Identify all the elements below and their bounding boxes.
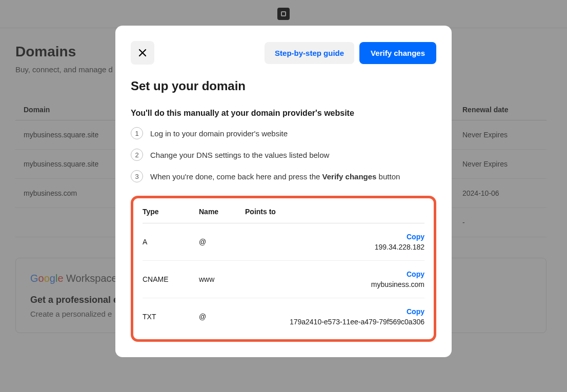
modal-title: Set up your domain xyxy=(131,79,436,93)
verify-button[interactable]: Verify changes xyxy=(359,42,436,64)
modal-instruction: You'll do this manually at your domain p… xyxy=(131,109,436,118)
copy-button[interactable]: Copy xyxy=(245,270,424,278)
dns-row: TXT @ Copy 179a2410-e573-11ee-a479-79f56… xyxy=(143,298,424,335)
step-num-icon: 3 xyxy=(131,170,143,182)
step-2: 2 Change your DNS settings to the values… xyxy=(131,149,436,161)
steps-list: 1 Log in to your domain provider's websi… xyxy=(131,127,436,182)
dns-points: Copy 179a2410-e573-11ee-a479-79f569c0a30… xyxy=(245,307,424,326)
close-button[interactable] xyxy=(131,41,154,65)
dns-type: CNAME xyxy=(143,275,199,283)
dns-type: TXT xyxy=(143,313,199,321)
dns-points: Copy 199.34.228.182 xyxy=(245,233,424,251)
step-text: Change your DNS settings to the values l… xyxy=(150,151,329,159)
domain-setup-modal: Step-by-step guide Verify changes Set up… xyxy=(115,26,452,357)
copy-button[interactable]: Copy xyxy=(245,233,424,241)
step-1: 1 Log in to your domain provider's websi… xyxy=(131,127,436,139)
col-points: Points to xyxy=(245,208,424,216)
dns-records-box: Type Name Points to A @ Copy 199.34.228.… xyxy=(131,196,436,342)
dns-name: www xyxy=(199,275,245,283)
guide-button[interactable]: Step-by-step guide xyxy=(265,42,354,64)
copy-button[interactable]: Copy xyxy=(245,307,424,316)
close-icon xyxy=(138,49,147,57)
dns-name: @ xyxy=(199,313,245,321)
dns-name: @ xyxy=(199,238,245,246)
step-text: Log in to your domain provider's website xyxy=(150,129,288,138)
step-3: 3 When you're done, come back here and p… xyxy=(131,170,436,182)
step-num-icon: 1 xyxy=(131,127,143,139)
dns-value: 199.34.228.182 xyxy=(375,243,424,251)
step-num-icon: 2 xyxy=(131,149,143,161)
dns-points: Copy mybusiness.com xyxy=(245,270,424,288)
dns-value: mybusiness.com xyxy=(371,280,424,288)
dns-row: CNAME www Copy mybusiness.com xyxy=(143,261,424,298)
dns-row: A @ Copy 199.34.228.182 xyxy=(143,223,424,261)
dns-type: A xyxy=(143,238,199,246)
step-text: When you're done, come back here and pre… xyxy=(150,172,400,181)
dns-headers: Type Name Points to xyxy=(143,198,424,223)
dns-value: 179a2410-e573-11ee-a479-79f569c0a306 xyxy=(290,318,424,326)
col-type: Type xyxy=(143,208,199,216)
col-name: Name xyxy=(199,208,245,216)
